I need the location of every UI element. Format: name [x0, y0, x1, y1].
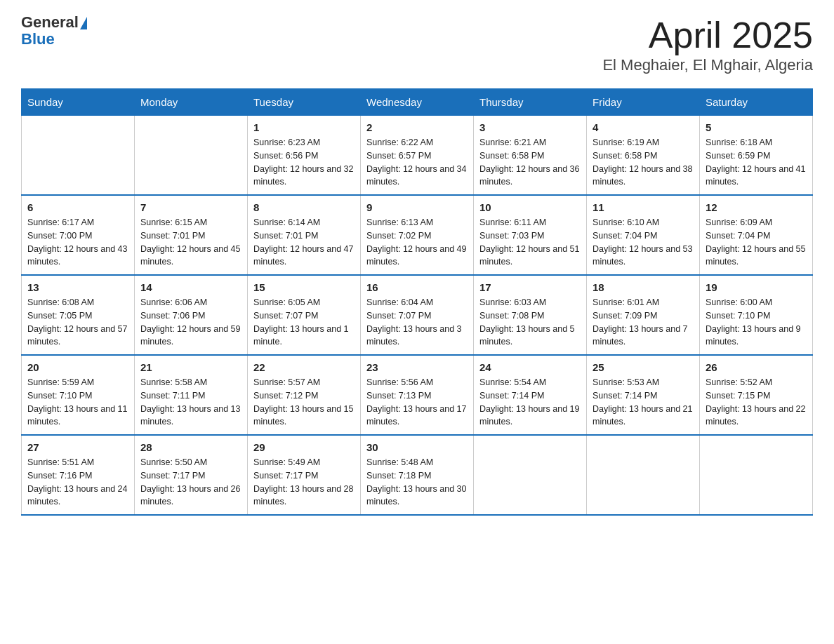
calendar-cell: 6Sunrise: 6:17 AMSunset: 7:00 PMDaylight… — [22, 195, 135, 275]
calendar-table: SundayMondayTuesdayWednesdayThursdayFrid… — [21, 88, 813, 516]
day-detail: Sunrise: 6:22 AMSunset: 6:57 PMDaylight:… — [366, 136, 468, 189]
day-number: 10 — [479, 201, 581, 213]
calendar-cell: 9Sunrise: 6:13 AMSunset: 7:02 PMDaylight… — [361, 195, 474, 275]
weekday-header-sunday: Sunday — [22, 89, 135, 116]
calendar-cell: 18Sunrise: 6:01 AMSunset: 7:09 PMDayligh… — [587, 275, 700, 355]
day-number: 4 — [593, 121, 694, 133]
day-detail: Sunrise: 5:58 AMSunset: 7:11 PMDaylight:… — [140, 376, 241, 429]
day-number: 9 — [366, 201, 468, 213]
calendar-cell: 7Sunrise: 6:15 AMSunset: 7:01 PMDaylight… — [135, 195, 248, 275]
calendar-cell: 26Sunrise: 5:52 AMSunset: 7:15 PMDayligh… — [700, 355, 813, 435]
weekday-header-thursday: Thursday — [474, 89, 587, 116]
day-number: 14 — [140, 281, 241, 293]
day-number: 7 — [140, 201, 241, 213]
page-subtitle: El Meghaier, El Mghair, Algeria — [602, 56, 813, 74]
day-number: 30 — [366, 441, 468, 453]
day-detail: Sunrise: 6:03 AMSunset: 7:08 PMDaylight:… — [479, 296, 581, 349]
day-number: 28 — [140, 441, 241, 453]
calendar-cell — [700, 435, 813, 515]
day-detail: Sunrise: 5:51 AMSunset: 7:16 PMDaylight:… — [27, 456, 128, 509]
logo-general-text: General — [21, 14, 79, 31]
calendar-cell: 28Sunrise: 5:50 AMSunset: 7:17 PMDayligh… — [135, 435, 248, 515]
day-detail: Sunrise: 6:18 AMSunset: 6:59 PMDaylight:… — [706, 136, 807, 189]
day-number: 5 — [706, 121, 807, 133]
day-detail: Sunrise: 6:00 AMSunset: 7:10 PMDaylight:… — [706, 296, 807, 349]
day-detail: Sunrise: 6:23 AMSunset: 6:56 PMDaylight:… — [253, 136, 355, 189]
calendar-cell: 21Sunrise: 5:58 AMSunset: 7:11 PMDayligh… — [135, 355, 248, 435]
calendar-cell: 24Sunrise: 5:54 AMSunset: 7:14 PMDayligh… — [474, 355, 587, 435]
day-detail: Sunrise: 6:13 AMSunset: 7:02 PMDaylight:… — [366, 216, 468, 269]
calendar-cell: 2Sunrise: 6:22 AMSunset: 6:57 PMDaylight… — [361, 116, 474, 196]
calendar-cell — [135, 116, 248, 196]
weekday-header-wednesday: Wednesday — [361, 89, 474, 116]
day-number: 23 — [366, 361, 468, 373]
calendar-cell: 17Sunrise: 6:03 AMSunset: 7:08 PMDayligh… — [474, 275, 587, 355]
day-detail: Sunrise: 5:50 AMSunset: 7:17 PMDaylight:… — [140, 456, 241, 509]
logo-triangle-icon — [80, 17, 87, 29]
day-number: 18 — [593, 281, 694, 293]
calendar-cell: 25Sunrise: 5:53 AMSunset: 7:14 PMDayligh… — [587, 355, 700, 435]
day-number: 24 — [479, 361, 581, 373]
day-detail: Sunrise: 6:05 AMSunset: 7:07 PMDaylight:… — [253, 296, 355, 349]
day-number: 1 — [253, 121, 355, 133]
calendar-cell: 14Sunrise: 6:06 AMSunset: 7:06 PMDayligh… — [135, 275, 248, 355]
day-number: 2 — [366, 121, 468, 133]
calendar-cell: 22Sunrise: 5:57 AMSunset: 7:12 PMDayligh… — [248, 355, 361, 435]
day-detail: Sunrise: 6:08 AMSunset: 7:05 PMDaylight:… — [27, 296, 128, 349]
day-number: 25 — [593, 361, 694, 373]
day-number: 27 — [27, 441, 128, 453]
calendar-cell: 5Sunrise: 6:18 AMSunset: 6:59 PMDaylight… — [700, 116, 813, 196]
day-detail: Sunrise: 6:14 AMSunset: 7:01 PMDaylight:… — [253, 216, 355, 269]
day-number: 8 — [253, 201, 355, 213]
calendar-week-row: 20Sunrise: 5:59 AMSunset: 7:10 PMDayligh… — [22, 355, 813, 435]
calendar-cell: 3Sunrise: 6:21 AMSunset: 6:58 PMDaylight… — [474, 116, 587, 196]
day-number: 17 — [479, 281, 581, 293]
day-number: 3 — [479, 121, 581, 133]
calendar-cell: 16Sunrise: 6:04 AMSunset: 7:07 PMDayligh… — [361, 275, 474, 355]
calendar-cell: 29Sunrise: 5:49 AMSunset: 7:17 PMDayligh… — [248, 435, 361, 515]
calendar-cell: 13Sunrise: 6:08 AMSunset: 7:05 PMDayligh… — [22, 275, 135, 355]
day-detail: Sunrise: 6:04 AMSunset: 7:07 PMDaylight:… — [366, 296, 468, 349]
day-detail: Sunrise: 5:56 AMSunset: 7:13 PMDaylight:… — [366, 376, 468, 429]
page-title: April 2025 — [602, 14, 813, 56]
day-detail: Sunrise: 6:01 AMSunset: 7:09 PMDaylight:… — [593, 296, 694, 349]
day-detail: Sunrise: 5:49 AMSunset: 7:17 PMDaylight:… — [253, 456, 355, 509]
calendar-cell — [474, 435, 587, 515]
day-detail: Sunrise: 6:10 AMSunset: 7:04 PMDaylight:… — [593, 216, 694, 269]
calendar-cell: 19Sunrise: 6:00 AMSunset: 7:10 PMDayligh… — [700, 275, 813, 355]
day-number: 11 — [593, 201, 694, 213]
day-detail: Sunrise: 5:54 AMSunset: 7:14 PMDaylight:… — [479, 376, 581, 429]
day-detail: Sunrise: 5:52 AMSunset: 7:15 PMDaylight:… — [706, 376, 807, 429]
day-detail: Sunrise: 5:48 AMSunset: 7:18 PMDaylight:… — [366, 456, 468, 509]
logo: General Blue — [21, 14, 87, 48]
day-detail: Sunrise: 6:09 AMSunset: 7:04 PMDaylight:… — [706, 216, 807, 269]
calendar-cell: 4Sunrise: 6:19 AMSunset: 6:58 PMDaylight… — [587, 116, 700, 196]
calendar-cell: 8Sunrise: 6:14 AMSunset: 7:01 PMDaylight… — [248, 195, 361, 275]
calendar-week-row: 13Sunrise: 6:08 AMSunset: 7:05 PMDayligh… — [22, 275, 813, 355]
day-number: 21 — [140, 361, 241, 373]
page-header: General Blue April 2025 El Meghaier, El … — [21, 14, 813, 74]
day-number: 19 — [706, 281, 807, 293]
day-detail: Sunrise: 6:17 AMSunset: 7:00 PMDaylight:… — [27, 216, 128, 269]
day-number: 29 — [253, 441, 355, 453]
calendar-cell: 23Sunrise: 5:56 AMSunset: 7:13 PMDayligh… — [361, 355, 474, 435]
day-detail: Sunrise: 6:11 AMSunset: 7:03 PMDaylight:… — [479, 216, 581, 269]
day-detail: Sunrise: 6:15 AMSunset: 7:01 PMDaylight:… — [140, 216, 241, 269]
weekday-header-friday: Friday — [587, 89, 700, 116]
day-number: 26 — [706, 361, 807, 373]
calendar-cell: 27Sunrise: 5:51 AMSunset: 7:16 PMDayligh… — [22, 435, 135, 515]
day-detail: Sunrise: 6:06 AMSunset: 7:06 PMDaylight:… — [140, 296, 241, 349]
day-detail: Sunrise: 5:59 AMSunset: 7:10 PMDaylight:… — [27, 376, 128, 429]
calendar-week-row: 6Sunrise: 6:17 AMSunset: 7:00 PMDaylight… — [22, 195, 813, 275]
day-number: 13 — [27, 281, 128, 293]
calendar-cell: 12Sunrise: 6:09 AMSunset: 7:04 PMDayligh… — [700, 195, 813, 275]
day-number: 16 — [366, 281, 468, 293]
calendar-cell: 11Sunrise: 6:10 AMSunset: 7:04 PMDayligh… — [587, 195, 700, 275]
day-number: 22 — [253, 361, 355, 373]
logo-blue-text: Blue — [21, 31, 87, 48]
calendar-week-row: 1Sunrise: 6:23 AMSunset: 6:56 PMDaylight… — [22, 116, 813, 196]
calendar-cell — [22, 116, 135, 196]
calendar-cell: 15Sunrise: 6:05 AMSunset: 7:07 PMDayligh… — [248, 275, 361, 355]
calendar-cell — [587, 435, 700, 515]
weekday-header-tuesday: Tuesday — [248, 89, 361, 116]
